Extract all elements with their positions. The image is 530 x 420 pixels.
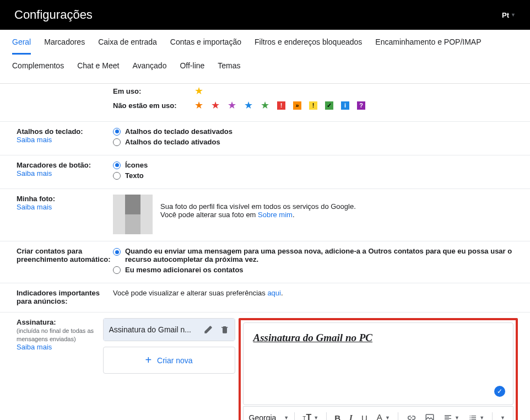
header-bar: Configurações Pt ▼	[0, 0, 530, 30]
contacts-section-label: Criar contatos para preenchimento automá…	[0, 247, 113, 276]
orange-arrows-icon[interactable]: »	[293, 101, 301, 110]
star-purple-icon[interactable]: ★	[228, 100, 236, 110]
link-button[interactable]	[403, 411, 419, 420]
create-new-signature-button[interactable]: + Criar nova	[103, 347, 235, 374]
stars-not-in-use-label: Não estão em uso:	[113, 101, 194, 110]
star-yellow-icon[interactable]: ★	[194, 86, 203, 96]
radio-icons[interactable]	[113, 161, 121, 169]
profile-photo[interactable]	[113, 195, 153, 234]
bold-button[interactable]: B	[331, 411, 344, 421]
purple-question-icon[interactable]: ?	[357, 101, 365, 110]
text-color-button[interactable]: A ▼	[373, 410, 393, 420]
signature-list: Assinatura do Gmail n...	[103, 318, 235, 341]
signature-editor-highlight: Assinatura do Gmail no PC ✓ Georgia ▼ TT…	[239, 318, 518, 420]
about-me-link[interactable]: Sobre mim	[258, 211, 293, 219]
language-selector[interactable]: Pt ▼	[502, 11, 516, 19]
tab-marcadores[interactable]: Marcadores	[44, 37, 85, 55]
tab-encaminhamento[interactable]: Encaminhamento e POP/IMAP	[375, 37, 481, 55]
image-button[interactable]	[421, 411, 438, 420]
settings-content: Em uso: ★ Não estão em uso: ★ ★ ★ ★ ★ ! …	[0, 84, 530, 420]
italic-button[interactable]: I	[346, 411, 356, 421]
align-button[interactable]: ▼	[440, 411, 463, 421]
keyboard-section-label: Atalhos do teclado: Saiba mais	[0, 127, 113, 148]
signature-learn-more-link[interactable]: Saiba mais	[17, 343, 52, 351]
radio-text[interactable]	[113, 172, 121, 180]
yellow-bang-icon[interactable]: !	[309, 101, 317, 110]
tab-temas[interactable]: Temas	[218, 61, 240, 77]
more-formatting-button[interactable]: ▼	[497, 413, 509, 420]
stars-in-use-label: Em uso:	[113, 87, 194, 95]
page-title: Configurações	[14, 8, 93, 22]
radio-contacts-manual[interactable]	[113, 266, 121, 274]
signature-text[interactable]: Assinatura do Gmail no PC	[253, 332, 503, 344]
tab-caixa-entrada[interactable]: Caixa de entrada	[98, 37, 157, 55]
star-orange-icon[interactable]: ★	[194, 100, 203, 110]
font-selector[interactable]: Georgia ▼	[248, 411, 290, 420]
signature-item[interactable]: Assinatura do Gmail n...	[104, 319, 235, 341]
chevron-down-icon: ▼	[511, 12, 516, 18]
ads-here-link[interactable]: aqui	[267, 289, 281, 297]
tab-chat-meet[interactable]: Chat e Meet	[77, 61, 119, 77]
photo-learn-more-link[interactable]: Saiba mais	[17, 203, 52, 211]
check-badge-icon: ✓	[494, 386, 505, 397]
green-check-icon[interactable]: ✓	[325, 101, 333, 110]
ads-section-label: Indicadores importantes para anúncios:	[0, 289, 113, 305]
photo-desc-1: Sua foto do perfil fica visível em todos…	[160, 202, 356, 211]
caret-down-icon: ▼	[284, 415, 289, 420]
button-markers-learn-more-link[interactable]: Saiba mais	[17, 169, 52, 177]
radio-keyboard-off[interactable]	[113, 128, 121, 136]
underline-button[interactable]: U	[358, 411, 371, 421]
signature-section-label: Assinatura: (incluída no final de todas …	[0, 318, 103, 420]
signature-editor[interactable]: Assinatura do Gmail no PC ✓	[243, 322, 513, 405]
settings-tabs: Geral Marcadores Caixa de entrada Contas…	[0, 30, 530, 84]
tab-offline[interactable]: Off-line	[180, 61, 204, 77]
font-size-button[interactable]: TT ▼	[299, 411, 322, 420]
tab-geral[interactable]: Geral	[12, 37, 31, 55]
photo-section-label: Minha foto: Saiba mais	[0, 195, 113, 234]
star-red-icon[interactable]: ★	[211, 100, 220, 110]
tab-contas[interactable]: Contas e importação	[170, 37, 241, 55]
radio-keyboard-on[interactable]	[113, 138, 121, 146]
red-bang-icon[interactable]: !	[277, 101, 285, 110]
star-green-icon[interactable]: ★	[261, 100, 269, 110]
blue-info-icon[interactable]: i	[341, 101, 349, 110]
pencil-icon[interactable]	[204, 325, 213, 334]
plus-icon: +	[145, 354, 152, 367]
radio-contacts-auto[interactable]	[113, 248, 121, 256]
stars-label	[0, 86, 113, 115]
keyboard-learn-more-link[interactable]: Saiba mais	[17, 136, 52, 144]
trash-icon[interactable]	[220, 325, 229, 334]
button-markers-label: Marcadores de botão: Saiba mais	[0, 161, 113, 182]
star-blue-icon[interactable]: ★	[244, 100, 253, 110]
tab-complementos[interactable]: Complementos	[12, 61, 64, 77]
list-button[interactable]: ▼	[465, 411, 488, 421]
signature-toolbar: Georgia ▼ TT ▼ B I U A ▼	[243, 406, 513, 420]
tab-avancado[interactable]: Avançado	[132, 61, 166, 77]
tab-filtros[interactable]: Filtros e endereços bloqueados	[255, 37, 362, 55]
